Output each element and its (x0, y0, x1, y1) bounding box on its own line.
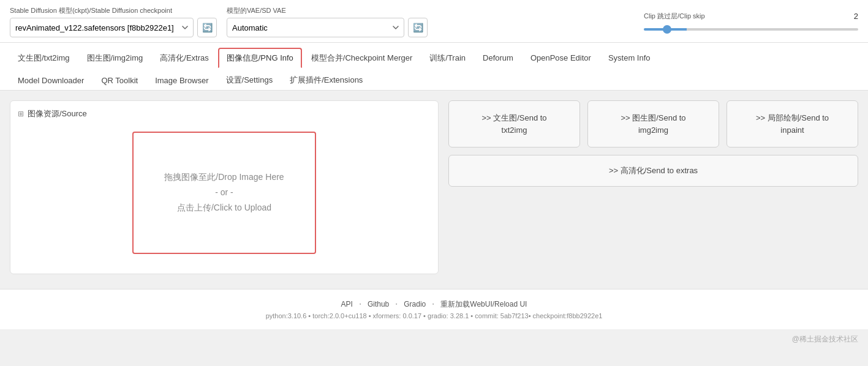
vae-refresh-button[interactable]: 🔄 (408, 18, 428, 37)
model-section: Stable Diffusion 模型(ckpt)/Stable Diffusi… (10, 6, 217, 37)
footer-meta: python:3.10.6 • torch:2.0.0+cu118 • xfor… (10, 312, 858, 319)
clip-slider[interactable] (644, 28, 858, 31)
tab-settings[interactable]: 设置/Settings (218, 70, 281, 90)
clip-slider-container (644, 23, 858, 32)
send-to-txt2img-button[interactable]: >> 文生图/Send to txt2img (448, 100, 580, 148)
model-dropdown[interactable]: revAnimated_v122.safetensors [f8bb2922e1… (10, 18, 194, 37)
tab-png-info[interactable]: 图像信息/PNG Info (218, 48, 302, 68)
tab-img2img[interactable]: 图生图/img2img (79, 48, 151, 68)
gradio-link[interactable]: Gradio (404, 300, 426, 308)
send-to-img2img-button[interactable]: >> 图生图/Send to img2img (587, 100, 719, 148)
send-buttons-row: >> 文生图/Send to txt2img >> 图生图/Send to im… (448, 100, 858, 148)
send-txt2img-line1: >> 文生图/Send to (456, 112, 572, 124)
send-extras-label: >> 高清化/Send to extras (609, 166, 698, 175)
upload-text-line1: 拖拽图像至此/Drop Image Here (146, 170, 303, 185)
nav-tabs-row1: 文生图/txt2img 图生图/img2img 高清化/Extras 图像信息/… (10, 48, 858, 68)
footer: API ・ Github ・ Gradio ・ 重新加载WebUI/Reload… (0, 289, 868, 329)
upload-text-line2: - or - (146, 185, 303, 200)
tab-qr-toolkit[interactable]: QR Toolkit (93, 72, 146, 89)
tab-image-browser[interactable]: Image Browser (147, 72, 216, 89)
send-inpaint-line2: inpaint (734, 124, 850, 136)
nav-tabs-container: 文生图/txt2img 图生图/img2img 高清化/Extras 图像信息/… (0, 43, 868, 91)
tab-system-info[interactable]: System Info (600, 49, 659, 67)
clip-value: 2 (854, 12, 858, 21)
top-bar: Stable Diffusion 模型(ckpt)/Stable Diffusi… (0, 0, 868, 43)
send-to-extras-button[interactable]: >> 高清化/Send to extras (448, 155, 858, 187)
tab-txt2img[interactable]: 文生图/txt2img (10, 48, 78, 68)
tab-checkpoint-merger[interactable]: 模型合并/Checkpoint Merger (303, 48, 420, 68)
nav-tabs-row2: Model Downloader QR Toolkit Image Browse… (10, 70, 858, 90)
vae-label: 模型的VAE/SD VAE (227, 6, 428, 15)
main-content: ⊞ 图像资源/Source 拖拽图像至此/Drop Image Here - o… (0, 91, 868, 284)
model-row: revAnimated_v122.safetensors [f8bb2922e1… (10, 18, 217, 37)
left-panel: ⊞ 图像资源/Source 拖拽图像至此/Drop Image Here - o… (10, 100, 439, 274)
tab-extensions[interactable]: 扩展插件/Extensions (282, 70, 371, 90)
github-link[interactable]: Github (368, 300, 389, 308)
clip-header-row: Clip 跳过层/Clip skip 2 (644, 12, 858, 21)
reload-link[interactable]: 重新加载WebUI/Reload UI (440, 299, 527, 310)
tab-openpose[interactable]: OpenPose Editor (523, 49, 599, 67)
send-img2img-line1: >> 图生图/Send to (595, 112, 711, 124)
panel-header-label: 图像资源/Source (28, 108, 87, 119)
panel-header-icon: ⊞ (18, 110, 24, 118)
upload-text-line3: 点击上传/Click to Upload (146, 200, 303, 215)
tab-train[interactable]: 训练/Train (421, 48, 474, 68)
api-link[interactable]: API (341, 300, 353, 308)
model-label: Stable Diffusion 模型(ckpt)/Stable Diffusi… (10, 6, 217, 15)
send-to-inpaint-button[interactable]: >> 局部绘制/Send to inpaint (726, 100, 858, 148)
send-img2img-line2: img2img (595, 124, 711, 136)
tab-model-downloader[interactable]: Model Downloader (10, 72, 92, 89)
panel-header: ⊞ 图像资源/Source (18, 108, 431, 119)
right-panel: >> 文生图/Send to txt2img >> 图生图/Send to im… (448, 100, 858, 274)
watermark: @稀土掘金技术社区 (0, 329, 868, 349)
model-refresh-button[interactable]: 🔄 (197, 18, 217, 37)
send-inpaint-line1: >> 局部绘制/Send to (734, 112, 850, 124)
upload-area[interactable]: 拖拽图像至此/Drop Image Here - or - 点击上传/Click… (132, 132, 316, 254)
vae-dropdown[interactable]: Automatic (227, 18, 404, 37)
clip-section: Clip 跳过层/Clip skip 2 (644, 12, 858, 32)
vae-row: Automatic 🔄 (227, 18, 428, 37)
tab-deforum[interactable]: Deforum (475, 49, 521, 67)
clip-label: Clip 跳过层/Clip skip (644, 12, 705, 21)
footer-links: API ・ Github ・ Gradio ・ 重新加载WebUI/Reload… (10, 299, 858, 310)
send-txt2img-line2: txt2img (456, 124, 572, 136)
tab-extras[interactable]: 高清化/Extras (152, 48, 216, 68)
vae-section: 模型的VAE/SD VAE Automatic 🔄 (227, 6, 428, 37)
